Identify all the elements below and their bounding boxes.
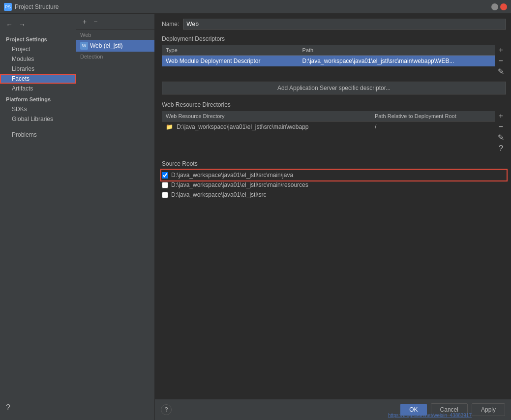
sidebar-item-problems[interactable]: Problems [0,130,76,140]
source-root-checkbox-2[interactable] [162,182,168,188]
wr-dir-cell: 📁 D:\java_workspace\java01\el_jstl\src\m… [162,121,371,133]
col-rel-path: Path Relative to Deployment Root [371,111,495,121]
middle-item-label: Web (el_jstl) [90,42,122,49]
sidebar-footer: ? [0,399,76,416]
apply-button[interactable]: Apply [472,403,505,416]
main-container: ← → Project Settings Project Modules Lib… [0,14,511,420]
deployment-descriptors-title: Deployment Descriptors [162,35,506,42]
watermark: https://blog.csdn.net/weixin_43883917 [388,413,472,418]
name-input[interactable] [183,19,506,30]
middle-section-label: Web [76,30,154,40]
wr-rel-cell: / [371,121,495,133]
sidebar-item-artifacts[interactable]: Artifacts [0,84,76,93]
add-facet-button[interactable]: + [80,17,89,27]
back-button[interactable]: ← [4,20,15,30]
platform-settings-label: Platform Settings [0,93,76,104]
forward-button[interactable]: → [17,20,28,30]
web-resource-table-container: Web Resource Directory Path Relative to … [162,111,495,153]
close-button[interactable] [500,3,507,10]
wr-help-button[interactable]: ? [496,144,506,153]
col-web-dir: Web Resource Directory [162,111,371,121]
source-roots-section: Source Roots D:\java_workspace\java01\el… [162,160,506,200]
remove-facet-button[interactable]: − [91,17,100,27]
title-bar: PS Project Structure [0,0,511,14]
folder-icon: 📁 [166,123,173,130]
deployment-descriptors-table-container: Type Path Web Module Deployment Descript… [162,45,495,77]
wr-remove-button[interactable]: − [496,122,506,132]
table-row[interactable]: Web Module Deployment Descriptor D:\java… [162,56,495,67]
middle-sub-label: Detection [76,52,154,61]
sidebar-item-sdks[interactable]: SDKs [0,104,76,114]
source-root-checkbox-3[interactable] [162,192,168,198]
app-icon: PS [4,3,12,11]
sidebar-item-project[interactable]: Project [0,44,76,54]
sidebar-item-libraries[interactable]: Libraries [0,64,76,74]
source-root-item-2: D:\java_workspace\java01\el_jstl\src\mai… [162,180,506,190]
wr-add-button[interactable]: + [496,111,506,121]
deployment-descriptors-wrapper: Type Path Web Module Deployment Descript… [162,45,506,77]
web-resource-table: Web Resource Directory Path Relative to … [162,111,495,132]
source-root-label-3: D:\java_workspace\java01\el_jstl\src [171,191,266,198]
dd-add-button[interactable]: + [496,45,506,55]
window-title: Project Structure [15,3,488,10]
name-row: Name: [162,19,506,30]
wr-edit-button[interactable]: ✎ [496,133,506,143]
middle-toolbar: + − [76,14,154,30]
source-root-item-1: D:\java_workspace\java01\el_jstl\src\mai… [162,170,506,180]
source-root-item-3: D:\java_workspace\java01\el_jstl\src [162,190,506,200]
sidebar-nav: ← → [0,18,76,33]
source-roots-title: Source Roots [162,160,506,167]
dd-actions: + − ✎ [496,45,506,77]
col-type: Type [162,45,299,56]
middle-item-web[interactable]: W Web (el_jstl) [76,40,154,52]
title-bar-controls [491,3,507,10]
source-root-label-1: D:\java_workspace\java01\el_jstl\src\mai… [171,172,293,179]
sidebar-item-modules[interactable]: Modules [0,54,76,64]
web-facet-icon: W [80,42,88,50]
dd-remove-button[interactable]: − [496,56,506,66]
dd-type-cell: Web Module Deployment Descriptor [162,56,299,67]
dd-edit-button[interactable]: ✎ [496,67,506,77]
help-sidebar-button[interactable]: ? [6,403,10,412]
name-label: Name: [162,21,179,28]
deployment-descriptors-table: Type Path Web Module Deployment Descript… [162,45,495,66]
web-resource-wrapper: Web Resource Directory Path Relative to … [162,111,506,153]
sidebar-item-global-libraries[interactable]: Global Libraries [0,114,76,124]
wr-actions: + − ✎ ? [496,111,506,153]
add-app-server-button[interactable]: Add Application Server specific descript… [162,82,506,94]
minimize-button[interactable] [491,3,498,10]
sidebar-item-facets[interactable]: Facets [0,74,76,84]
table-row[interactable]: 📁 D:\java_workspace\java01\el_jstl\src\m… [162,121,495,133]
middle-panel: + − Web W Web (el_jstl) Detection [76,14,155,420]
project-settings-label: Project Settings [0,33,76,44]
sidebar: ← → Project Settings Project Modules Lib… [0,14,76,420]
source-root-label-2: D:\java_workspace\java01\el_jstl\src\mai… [171,181,308,188]
source-root-checkbox-1[interactable] [162,172,168,179]
right-panel: Name: Deployment Descriptors Type Path [155,14,511,420]
help-button[interactable]: ? [161,404,172,415]
col-path: Path [299,45,495,56]
dd-path-cell: D:\java_workspace\java01\el_jstl\src\mai… [299,56,495,67]
web-resource-dir-title: Web Resource Directories [162,101,506,108]
